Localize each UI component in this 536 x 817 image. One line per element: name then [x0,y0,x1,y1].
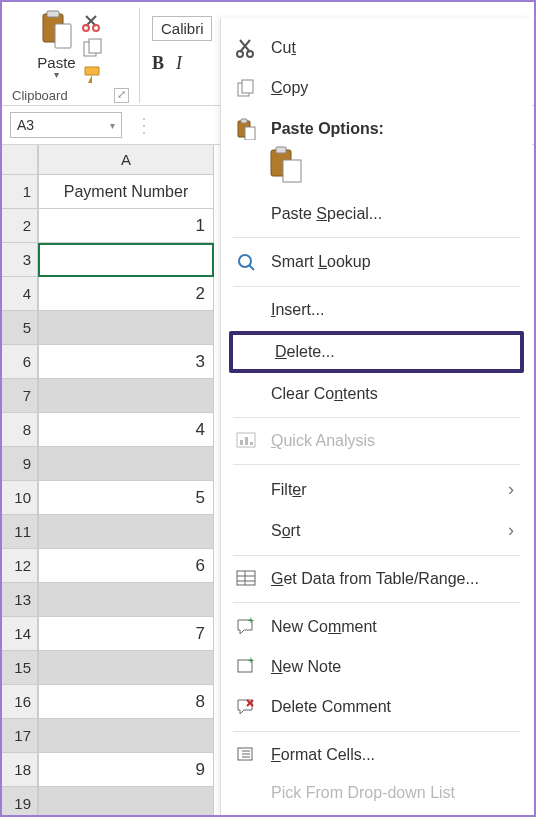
paste-icon [235,118,257,140]
cell[interactable] [38,379,214,413]
separator [233,555,520,556]
menu-label: Clear Contents [271,385,514,403]
context-menu: Cut Copy Paste Options: Paste Special...… [220,18,532,816]
svg-rect-10 [242,80,253,93]
menu-insert[interactable]: Insert... [221,291,532,329]
name-box[interactable]: A3 ▾ [10,112,122,138]
svg-rect-23 [237,571,255,585]
svg-rect-2 [55,24,71,48]
row-header[interactable]: 5 [2,311,38,345]
menu-label: Paste Options: [271,120,514,138]
cell[interactable]: 2 [38,277,214,311]
svg-point-3 [83,25,89,31]
menu-delete[interactable]: Delete... [229,331,524,373]
row-header[interactable]: 12 [2,549,38,583]
cell[interactable]: 7 [38,617,214,651]
row-header[interactable]: 19 [2,787,38,817]
cell[interactable] [38,583,214,617]
row-header[interactable]: 15 [2,651,38,685]
group-label: Clipboard [12,88,68,103]
delete-comment-icon [235,697,257,717]
cell[interactable]: 1 [38,209,214,243]
menu-label: Pick From Drop-down List [271,784,514,802]
menu-label: Sort [271,522,494,540]
svg-text:+: + [248,617,254,626]
row-header[interactable]: 7 [2,379,38,413]
menu-format-cells[interactable]: Format Cells... [221,736,532,774]
cell[interactable] [38,243,214,277]
copy-icon [235,78,257,98]
cell[interactable]: Payment Number [38,175,214,209]
cell[interactable]: 6 [38,549,214,583]
format-cells-icon [235,746,257,764]
menu-cut[interactable]: Cut [221,28,532,68]
cut-icon [235,38,257,58]
cell[interactable]: 5 [38,481,214,515]
cell[interactable]: 8 [38,685,214,719]
menu-label: Copy [271,79,514,97]
row-header[interactable]: 2 [2,209,38,243]
column-header[interactable]: A [38,145,214,175]
format-painter-icon[interactable] [82,64,104,84]
row-header[interactable]: 17 [2,719,38,753]
row-header[interactable]: 11 [2,515,38,549]
row-header[interactable]: 10 [2,481,38,515]
cell[interactable] [38,719,214,753]
bold-button[interactable]: B [152,53,164,74]
row-header[interactable]: 16 [2,685,38,719]
menu-copy[interactable]: Copy [221,68,532,108]
cell[interactable] [38,787,214,817]
menu-smart-lookup[interactable]: Smart Lookup [221,242,532,282]
row-header[interactable]: 4 [2,277,38,311]
cell[interactable]: 4 [38,413,214,447]
search-icon [235,252,257,272]
menu-paste-special[interactable]: Paste Special... [221,195,532,233]
row-header[interactable]: 14 [2,617,38,651]
menu-label: Format Cells... [271,746,514,764]
cell[interactable]: 9 [38,753,214,787]
menu-clear-contents[interactable]: Clear Contents [221,375,532,413]
menu-pick-list[interactable]: Pick From Drop-down List [221,774,532,812]
menu-new-note[interactable]: + New Note [221,647,532,687]
quick-analysis-icon [235,432,257,450]
copy-icon[interactable] [82,38,104,58]
cell[interactable]: 3 [38,345,214,379]
note-icon: + [235,657,257,677]
select-all-corner[interactable] [2,145,38,175]
cut-icon[interactable] [82,12,102,32]
chevron-right-icon: › [508,520,514,541]
svg-rect-21 [245,437,248,445]
menu-delete-comment[interactable]: Delete Comment [221,687,532,727]
row-header[interactable]: 6 [2,345,38,379]
cell[interactable] [38,311,214,345]
row-header[interactable]: 8 [2,413,38,447]
menu-quick-analysis: Quick Analysis [221,422,532,460]
row-header[interactable]: 1 [2,175,38,209]
menu-new-comment[interactable]: + New Comment [221,607,532,647]
paste-option-default[interactable] [269,146,532,187]
menu-label: Delete... [275,343,510,361]
menu-label: Get Data from Table/Range... [271,570,514,588]
menu-label: Quick Analysis [271,432,514,450]
svg-point-4 [93,25,99,31]
separator [233,237,520,238]
separator [233,602,520,603]
menu-sort[interactable]: Sort › [221,510,532,551]
menu-label: Cut [271,39,514,57]
paste-button[interactable]: Paste ▾ [37,8,75,80]
paste-icon [37,8,75,52]
row-header[interactable]: 18 [2,753,38,787]
row-header[interactable]: 13 [2,583,38,617]
svg-point-7 [237,51,243,57]
row-header[interactable]: 3 [2,243,38,277]
cell[interactable] [38,515,214,549]
italic-button[interactable]: I [176,53,182,74]
font-name-box[interactable]: Calibri [152,16,212,41]
menu-get-data[interactable]: Get Data from Table/Range... [221,560,532,598]
cell[interactable] [38,447,214,481]
menu-paste-options-header: Paste Options: [221,108,532,150]
menu-filter[interactable]: Filter › [221,469,532,510]
dialog-launcher-icon[interactable]: ⤢ [114,88,129,103]
cell[interactable] [38,651,214,685]
row-header[interactable]: 9 [2,447,38,481]
